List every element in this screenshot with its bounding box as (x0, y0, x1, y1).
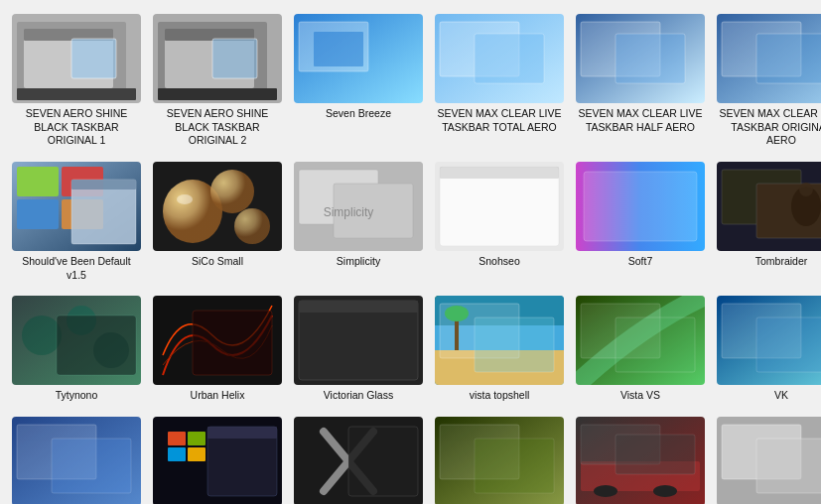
svg-rect-80 (188, 432, 205, 445)
svg-rect-74 (756, 317, 821, 372)
svg-rect-4 (17, 88, 136, 100)
svg-rect-27 (17, 199, 59, 229)
theme-label-vista-topshell: vista topshell (470, 389, 530, 403)
svg-rect-10 (158, 88, 277, 100)
svg-rect-55 (57, 315, 136, 375)
theme-item-vk[interactable]: VK (713, 290, 821, 407)
svg-rect-82 (188, 447, 205, 461)
theme-label-seven-aero-shine-1: SEVEN AERO SHINE BLACK TASKBAR ORIGINAL … (12, 107, 141, 148)
svg-rect-97 (616, 435, 695, 474)
svg-point-52 (22, 315, 62, 355)
svg-rect-25 (17, 167, 59, 196)
svg-rect-45 (584, 172, 697, 241)
svg-rect-23 (756, 34, 821, 83)
theme-label-sico-small: SiCo Small (192, 255, 243, 269)
svg-rect-84 (207, 427, 277, 439)
theme-thumbnail-seven-breeze (294, 14, 423, 103)
theme-thumbnail-seven-max-clear-half (576, 14, 705, 103)
theme-thumbnail-soft7 (576, 162, 705, 251)
theme-grid: SEVEN AERO SHINE BLACK TASKBAR ORIGINAL … (0, 0, 821, 504)
theme-thumbnail-seven-aero-shine-1 (12, 14, 141, 103)
theme-thumbnail-x2 (717, 417, 821, 504)
theme-label-urban-helix: Urban Helix (191, 389, 245, 403)
theme-thumbnail-vista-vs (576, 296, 705, 385)
theme-label-snohseo: Snohseo (479, 255, 519, 269)
svg-rect-77 (52, 439, 131, 493)
theme-thumbnail-sico-small (153, 162, 282, 251)
theme-thumbnail-tytynono (12, 296, 141, 385)
theme-thumbnail-vista-topshell (435, 296, 564, 385)
theme-item-seven-max-clear-orig[interactable]: SEVEN MAX CLEAR LIVE TASKBAR ORIGINAL AE… (713, 8, 821, 152)
theme-label-shouldve-been-default: Should've Been Default v1.5 (12, 255, 141, 282)
svg-rect-100 (756, 439, 821, 493)
theme-label-simplicity: Simplicity (337, 255, 380, 269)
svg-point-33 (210, 170, 254, 213)
theme-thumbnail-win7-sig-platinum (153, 417, 282, 504)
theme-thumbnail-win7-x (294, 417, 423, 504)
theme-item-snohseo[interactable]: Snohseo (431, 156, 568, 286)
theme-thumbnail-seven-aero-shine-2 (153, 14, 282, 103)
theme-label-seven-aero-shine-2: SEVEN AERO SHINE BLACK TASKBAR ORIGINAL … (153, 107, 282, 148)
theme-item-vista-vs[interactable]: Vista VS (572, 290, 709, 407)
theme-thumbnail-seven-max-clear-orig (717, 14, 821, 103)
svg-rect-57 (193, 311, 272, 375)
theme-thumbnail-win7-m3-rtm (12, 417, 141, 504)
theme-item-win7-black-tra[interactable]: Windows7_Black_Tra... (431, 411, 568, 504)
svg-rect-79 (168, 432, 186, 445)
theme-item-vista-topshell[interactable]: vista topshell (431, 290, 568, 407)
theme-item-soft7[interactable]: Soft7 (572, 156, 709, 286)
svg-rect-20 (616, 34, 685, 83)
theme-thumbnail-seven-max-clear-total (435, 14, 564, 103)
theme-thumbnail-tombraider (717, 162, 821, 251)
svg-rect-14 (314, 32, 363, 66)
svg-rect-60 (299, 301, 418, 313)
theme-thumbnail-urban-helix (153, 296, 282, 385)
theme-item-win7-final[interactable]: Windows7 Final (572, 411, 709, 504)
theme-item-simplicity[interactable]: Simplicity Simplicity (290, 156, 427, 286)
svg-rect-68 (475, 317, 554, 372)
theme-label-tytynono: Tytynono (56, 389, 98, 403)
theme-label-vk: VK (774, 389, 788, 403)
theme-item-seven-aero-shine-2[interactable]: SEVEN AERO SHINE BLACK TASKBAR ORIGINAL … (149, 8, 286, 152)
svg-rect-91 (475, 439, 554, 493)
theme-label-seven-max-clear-orig: SEVEN MAX CLEAR LIVE TASKBAR ORIGINAL AE… (717, 107, 821, 148)
theme-item-tytynono[interactable]: Tytynono (8, 290, 145, 407)
theme-thumbnail-shouldve-been-default (12, 162, 141, 251)
theme-item-sico-small[interactable]: SiCo Small (149, 156, 286, 286)
theme-item-seven-max-clear-total[interactable]: SEVEN MAX CLEAR LIVE TASKBAR TOTAL AERO (431, 8, 568, 152)
svg-rect-30 (71, 180, 136, 189)
svg-text:Simplicity: Simplicity (324, 205, 374, 219)
svg-rect-88 (348, 427, 418, 496)
theme-item-tombraider[interactable]: Tombraider (713, 156, 821, 286)
theme-label-vista-vs: Vista VS (620, 389, 660, 403)
svg-point-50 (799, 183, 813, 196)
theme-label-seven-max-clear-half: SEVEN MAX CLEAR LIVE TASKBAR HALF AERO (576, 107, 705, 134)
svg-point-95 (653, 485, 677, 497)
theme-label-seven-breeze: Seven Breeze (326, 107, 391, 121)
theme-item-victorian-glass[interactable]: Victorian Glass (290, 290, 427, 407)
theme-item-seven-breeze[interactable]: Seven Breeze (290, 8, 427, 152)
theme-item-win7-x[interactable]: Windows 7 X (290, 411, 427, 504)
theme-label-seven-max-clear-total: SEVEN MAX CLEAR LIVE TASKBAR TOTAL AERO (435, 107, 564, 134)
theme-item-shouldve-been-default[interactable]: Should've Been Default v1.5 (8, 156, 145, 286)
svg-point-34 (234, 208, 270, 244)
theme-label-tombraider: Tombraider (755, 255, 808, 269)
theme-label-victorian-glass: Victorian Glass (324, 389, 393, 403)
svg-point-94 (594, 485, 617, 497)
theme-thumbnail-snohseo (435, 162, 564, 251)
theme-thumbnail-simplicity: Simplicity (294, 162, 423, 251)
theme-thumbnail-win7-black-tra (435, 417, 564, 504)
theme-item-win7-sig-platinum[interactable]: Windows 7 Signature Edition Platinum (149, 411, 286, 504)
svg-rect-17 (475, 34, 544, 83)
theme-item-seven-aero-shine-1[interactable]: SEVEN AERO SHINE BLACK TASKBAR ORIGINAL … (8, 8, 145, 152)
theme-item-x2[interactable]: X2 (713, 411, 821, 504)
svg-point-35 (177, 194, 193, 204)
svg-rect-81 (168, 447, 186, 461)
theme-item-win7-m3-rtm[interactable]: Windows 7 M3 RTM (8, 411, 145, 504)
svg-rect-11 (212, 39, 257, 78)
theme-label-soft7: Soft7 (628, 255, 653, 269)
theme-item-urban-helix[interactable]: Urban Helix (149, 290, 286, 407)
theme-thumbnail-vk (717, 296, 821, 385)
theme-item-seven-max-clear-half[interactable]: SEVEN MAX CLEAR LIVE TASKBAR HALF AERO (572, 8, 709, 152)
theme-thumbnail-win7-final (576, 417, 705, 504)
